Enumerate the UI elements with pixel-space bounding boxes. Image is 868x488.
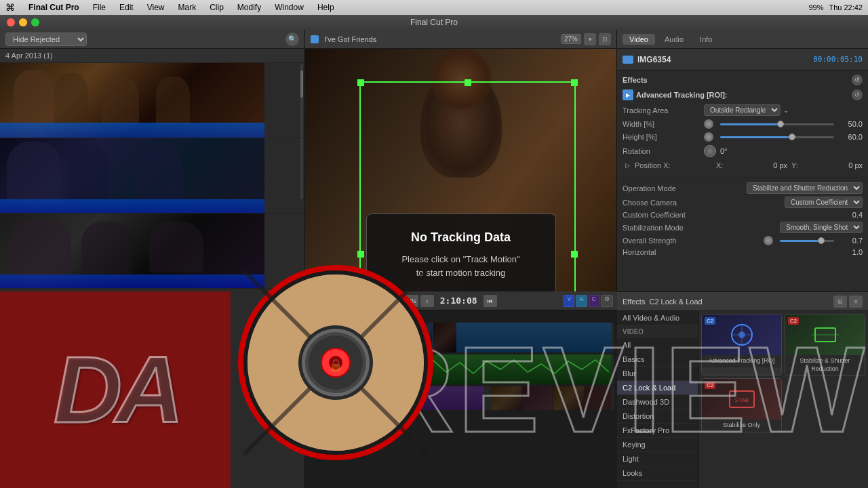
effects-cat-dashwood[interactable]: Dashwood 3D bbox=[617, 395, 698, 409]
timeline-prev-button[interactable]: ⏮ bbox=[484, 295, 497, 307]
effects-track-button[interactable]: ⚙ bbox=[601, 295, 613, 307]
menu-help[interactable]: Help bbox=[315, 3, 337, 12]
close-button[interactable] bbox=[7, 18, 15, 26]
horizontal-value: 1.0 bbox=[852, 248, 863, 256]
clip-thumbnail-1 bbox=[0, 63, 264, 138]
menu-view[interactable]: View bbox=[144, 3, 167, 12]
advanced-tracking-row[interactable]: ▶ Advanced Tracking [ROI]: ↺ bbox=[623, 89, 863, 100]
effects-cat-all[interactable]: All bbox=[617, 338, 698, 352]
effects-cat-all-video[interactable]: All Video & Audio bbox=[617, 311, 698, 325]
menu-clip[interactable]: Clip bbox=[207, 3, 226, 12]
operation-mode-dropdown[interactable]: Stabilize and Shutter Reduction bbox=[747, 182, 863, 194]
menu-edit[interactable]: Edit bbox=[117, 3, 136, 12]
rotation-value: 0° bbox=[720, 147, 863, 155]
effects-sidebar: All Video & Audio VIDEO All Basics Blur … bbox=[617, 311, 698, 488]
tab-info[interactable]: Info bbox=[693, 34, 719, 45]
clip-icon bbox=[623, 56, 633, 64]
camera-dropdown[interactable]: Custom Coefficient bbox=[785, 197, 863, 208]
menu-mark[interactable]: Mark bbox=[176, 3, 199, 12]
window-title: Final Cut Pro bbox=[410, 18, 458, 27]
effects-cat-blur[interactable]: Blur bbox=[617, 367, 698, 381]
effects-cat-c2[interactable]: C2 Lock & Load bbox=[617, 381, 698, 395]
width-slider[interactable] bbox=[720, 123, 834, 125]
width-label: Width [%] bbox=[623, 120, 704, 128]
effects-cat-looks[interactable]: Looks bbox=[617, 466, 698, 481]
clip-row[interactable] bbox=[0, 138, 304, 214]
maximize-button[interactable] bbox=[31, 18, 39, 26]
effects-cat-keying[interactable]: Keying bbox=[617, 438, 698, 452]
tracking-corner-lm bbox=[357, 251, 364, 258]
height-slider[interactable] bbox=[720, 136, 834, 138]
caption-track-button[interactable]: C bbox=[589, 295, 600, 307]
effects-section: Effects ↺ ▶ Advanced Tracking [ROI]: ↺ T… bbox=[617, 70, 868, 178]
inspector-clip-header: IMG6354 00:00:05:10 bbox=[617, 49, 868, 70]
menu-app[interactable]: Final Cut Pro bbox=[26, 3, 82, 12]
effects-cat-basics[interactable]: Basics bbox=[617, 352, 698, 367]
preview-zoom-level[interactable]: 27% bbox=[561, 34, 581, 44]
inspector-panel: Video Audio Info IMG6354 00:00:05:10 Eff… bbox=[617, 30, 868, 488]
rotation-knob[interactable] bbox=[704, 145, 716, 157]
window-controls[interactable] bbox=[7, 18, 39, 26]
audio-track-button[interactable]: A bbox=[576, 295, 587, 307]
camera-label: Choose Camera bbox=[623, 199, 785, 207]
height-knob[interactable] bbox=[704, 132, 713, 142]
effect-card-stabilize-only[interactable]: C2 STAB Stabilize Only bbox=[701, 378, 782, 432]
stabilization-mode-row: Stabilization Mode Smooth, Single Shot bbox=[623, 222, 863, 233]
height-value: 60.0 bbox=[838, 133, 863, 141]
advanced-tracking-icon: ▶ bbox=[623, 89, 633, 100]
minimize-button[interactable] bbox=[19, 18, 27, 26]
menubar: ⌘ Final Cut Pro File Edit View Mark Clip… bbox=[0, 0, 868, 15]
tab-video[interactable]: Video bbox=[623, 34, 655, 45]
preview-fit-button[interactable]: ⊡ bbox=[599, 33, 611, 45]
menubar-right: 99% Thu 22:42 bbox=[808, 3, 863, 12]
position-expand-icon[interactable]: ▷ bbox=[623, 161, 632, 170]
effect-card-stabilize[interactable]: C2 Stabilize & Shutter Reduction bbox=[785, 314, 865, 375]
stab-mode-dropdown[interactable]: Smooth, Single Shot bbox=[780, 222, 863, 233]
effect-card-advanced-tracking[interactable]: C2 Advanced Tracking [RO] bbox=[701, 314, 782, 375]
tracking-area-dropdown[interactable]: Outside Rectangle bbox=[704, 104, 781, 116]
position-y-value[interactable]: 0 px bbox=[838, 161, 863, 169]
horizontal-label: Horizontal bbox=[623, 248, 852, 256]
menu-modify[interactable]: Modify bbox=[235, 3, 264, 12]
tab-audio[interactable]: Audio bbox=[658, 34, 690, 45]
menu-window[interactable]: Window bbox=[272, 3, 307, 12]
preview-zoom-button[interactable]: ▾ bbox=[584, 33, 596, 45]
browser-filter-dropdown[interactable]: Hide Rejected bbox=[5, 33, 87, 46]
timeline-track-buttons: V A C ⚙ bbox=[564, 295, 613, 307]
sec-frame-1 bbox=[491, 386, 521, 410]
operation-mode-label: Operation Mode bbox=[623, 184, 747, 192]
effect-label-stabilize: Stabilize & Shutter Reduction bbox=[785, 355, 865, 375]
effects-cat-light[interactable]: Light bbox=[617, 452, 698, 466]
position-x-value[interactable]: 0 px bbox=[763, 161, 787, 169]
browser-search-button[interactable]: 🔍 bbox=[285, 33, 299, 46]
strength-slider[interactable] bbox=[780, 240, 834, 242]
custom-coeff-row: Custom Coefficient 0.4 bbox=[623, 211, 863, 219]
clip-row[interactable] bbox=[0, 63, 304, 138]
effect-thumb-stabilize-only: C2 STAB bbox=[702, 379, 781, 420]
effects-cat-distortion[interactable]: Distortion bbox=[617, 409, 698, 424]
width-slider-thumb[interactable] bbox=[777, 121, 784, 127]
effect-icon-advanced bbox=[722, 321, 762, 348]
width-knob[interactable] bbox=[704, 119, 713, 129]
video-track-button[interactable]: V bbox=[564, 295, 574, 307]
svg-text:🔒: 🔒 bbox=[328, 358, 344, 373]
effect-label-stabilize-only: Stabilize Only bbox=[702, 420, 781, 432]
strength-knob[interactable] bbox=[764, 236, 773, 245]
clip-thumbnail-2 bbox=[0, 138, 264, 213]
strength-slider-thumb[interactable] bbox=[818, 237, 825, 244]
effects-cat-fxfactory[interactable]: FxFactory Pro bbox=[617, 424, 698, 438]
effects-grid-view[interactable]: ⊞ bbox=[833, 296, 847, 308]
menu-file[interactable]: File bbox=[90, 3, 108, 12]
inspector-tab-bar: Video Audio Info bbox=[617, 30, 868, 49]
effects-list-view[interactable]: ≡ bbox=[849, 296, 863, 308]
browser-toolbar: Hide Rejected 🔍 bbox=[0, 30, 304, 49]
apple-menu-icon[interactable]: ⌘ bbox=[5, 2, 15, 13]
effects-reset-button[interactable]: ↺ bbox=[852, 75, 863, 85]
operation-mode-row: Operation Mode Stabilize and Shutter Red… bbox=[623, 182, 863, 194]
advanced-tracking-reset[interactable]: ↺ bbox=[852, 89, 863, 100]
height-slider-thumb[interactable] bbox=[789, 134, 795, 140]
effects-toolbar: Effects C2 Lock & Load ⊞ ≡ bbox=[617, 292, 868, 311]
height-label: Height [%] bbox=[623, 133, 704, 141]
effects-section-title: Effects ↺ bbox=[623, 75, 863, 85]
rotation-label: Rotation bbox=[623, 147, 704, 155]
